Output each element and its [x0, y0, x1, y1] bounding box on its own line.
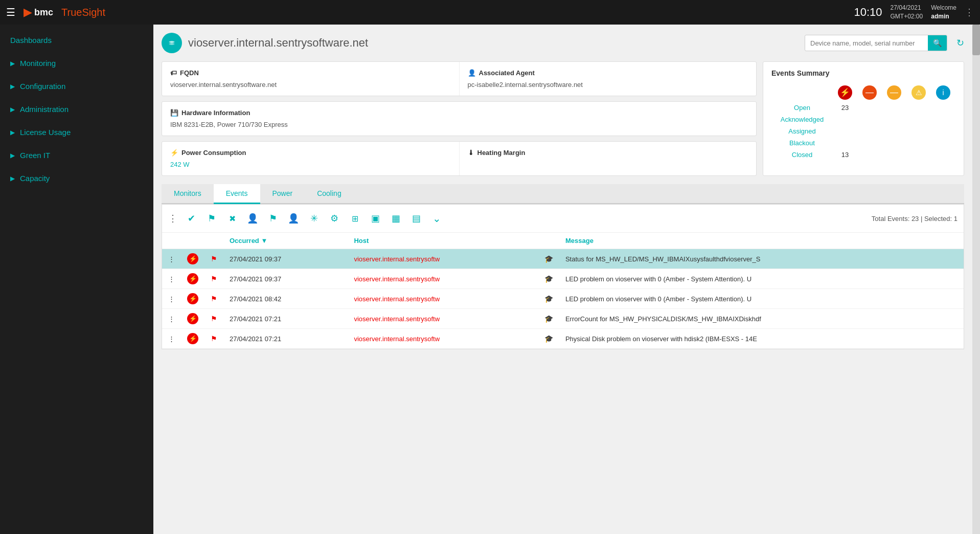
flag-icon: ⚑	[211, 295, 217, 303]
sidebar-item-administration[interactable]: ▶ Administration	[0, 98, 153, 121]
report1-button[interactable]: ▦	[387, 210, 404, 227]
row-severity: ⚡	[181, 269, 204, 289]
tab-power[interactable]: Power	[260, 184, 305, 204]
table-row[interactable]: ⋮ ⚡ ⚑ 27/04/2021 09:37 vioserver.interna…	[162, 269, 964, 289]
assign-button[interactable]: 👤	[244, 210, 261, 227]
app-name: TrueSight	[61, 7, 854, 18]
table-row[interactable]: ⋮ ⚡ ⚑ 27/04/2021 09:37 vioserver.interna…	[162, 249, 964, 269]
acknowledged-label[interactable]: Acknowledged	[771, 114, 833, 125]
table-row[interactable]: ⋮ ⚡ ⚑ 27/04/2021 07:21 vioserver.interna…	[162, 329, 964, 349]
monitor-button[interactable]: ▣	[367, 210, 384, 227]
report2-button[interactable]: ▤	[407, 210, 425, 227]
row-flag: ⚑	[204, 289, 223, 309]
closed-label[interactable]: Closed	[771, 149, 833, 161]
gear-button[interactable]: ⚙	[326, 210, 343, 227]
row-host: vioserver.internal.sentrysoftw	[348, 269, 538, 289]
navbar: ☰ ▶ bmc TrueSight 10:10 27/04/2021 GMT+0…	[0, 0, 980, 25]
tab-cooling[interactable]: Cooling	[305, 184, 353, 204]
tabs-bar: Monitors Events Power Cooling	[162, 184, 964, 204]
navbar-right: 10:10 27/04/2021 GMT+02:00 Welcome admin…	[854, 4, 974, 21]
mortarboard-icon: 🎓	[544, 255, 553, 263]
col-message[interactable]: Message	[559, 233, 964, 249]
events-list-table: Occurred ▼ Host Message ⋮ ⚡ ⚑ 27/04/2021…	[162, 233, 964, 349]
row-dots[interactable]: ⋮	[162, 269, 181, 289]
table-row[interactable]: ⋮ ⚡ ⚑ 27/04/2021 07:21 vioserver.interna…	[162, 309, 964, 329]
row-message: Physical Disk problem on vioserver with …	[559, 329, 964, 349]
row-occurred: 27/04/2021 09:37	[223, 249, 348, 269]
events-panel: ⋮ ✔ ⚑ ✖ 👤 ⚑ 👤 ✳ ⚙ ⊞ ▣ ▦ ▤ ⌄ Total Events…	[162, 204, 964, 349]
search-input[interactable]	[805, 36, 928, 50]
sidebar-item-monitoring[interactable]: ▶ Monitoring	[0, 52, 153, 75]
refresh-button[interactable]: ↻	[956, 37, 964, 49]
open-label[interactable]: Open	[771, 102, 833, 114]
events-summary: Events Summary ⚡ — —	[763, 61, 964, 176]
nodes-button[interactable]: ⊞	[346, 210, 363, 227]
fqdn-value: vioserver.internal.sentrysoftware.net	[170, 81, 451, 88]
flag-button[interactable]: ⚑	[203, 210, 220, 227]
row-host-icon: 🎓	[538, 269, 559, 289]
col-host-icon	[538, 233, 559, 249]
row-host: vioserver.internal.sentrysoftw	[348, 289, 538, 309]
col-severity	[181, 233, 204, 249]
chevron-down-button[interactable]: ⌄	[428, 210, 445, 227]
row-dots[interactable]: ⋮	[162, 309, 181, 329]
sidebar-item-configuration[interactable]: ▶ Configuration	[0, 75, 153, 98]
flag-icon: ⚑	[211, 255, 217, 263]
severity-warning-icon: ⚠	[911, 85, 926, 100]
severity-critical-badge: ⚡	[187, 313, 198, 324]
navbar-more-icon[interactable]: ⋮	[965, 7, 974, 18]
bmc-logo: ▶ bmc	[24, 6, 53, 19]
user-action-button[interactable]: 👤	[285, 210, 302, 227]
row-dots[interactable]: ⋮	[162, 289, 181, 309]
row-host: vioserver.internal.sentrysoftw	[348, 309, 538, 329]
events-toolbar: ⋮ ✔ ⚑ ✖ 👤 ⚑ 👤 ✳ ⚙ ⊞ ▣ ▦ ▤ ⌄ Total Events…	[162, 205, 964, 233]
col-host[interactable]: Host	[348, 233, 538, 249]
tag-icon: 🏷	[170, 69, 177, 77]
search-button[interactable]: 🔍	[928, 35, 947, 51]
hamburger-menu[interactable]: ☰	[6, 6, 15, 18]
toolbar-more-icon[interactable]: ⋮	[168, 213, 177, 224]
row-host-icon: 🎓	[538, 329, 559, 349]
asterisk-button[interactable]: ✳	[305, 210, 323, 227]
mark-button[interactable]: ⚑	[264, 210, 282, 227]
agent-value: pc-isabelle2.internal.sentrysoftware.net	[468, 81, 748, 88]
row-host: vioserver.internal.sentrysoftw	[348, 249, 538, 269]
sidebar-item-capacity[interactable]: ▶ Capacity	[0, 167, 153, 190]
row-severity: ⚡	[181, 329, 204, 349]
events-summary-title: Events Summary	[771, 69, 955, 77]
close-event-button[interactable]: ✖	[223, 210, 241, 227]
row-dots[interactable]: ⋮	[162, 249, 181, 269]
power-value: 242 W	[170, 161, 451, 168]
sidebar-item-license-usage[interactable]: ▶ License Usage	[0, 121, 153, 144]
sidebar-item-dashboards[interactable]: Dashboards	[0, 29, 153, 52]
summary-assigned-row: Assigned	[771, 125, 955, 137]
col-occurred[interactable]: Occurred ▼	[223, 233, 348, 249]
scrollbar-thumb[interactable]	[972, 25, 980, 55]
row-severity: ⚡	[181, 289, 204, 309]
sidebar-administration-label: Administration	[20, 105, 69, 114]
row-dots[interactable]: ⋮	[162, 329, 181, 349]
blackout-label[interactable]: Blackout	[771, 137, 833, 149]
assigned-label[interactable]: Assigned	[771, 125, 833, 137]
power-label: ⚡ Power Consumption	[170, 149, 451, 157]
events-summary-table: ⚡ — — ⚠ i	[771, 83, 955, 161]
severity-minor-icon: —	[887, 85, 901, 100]
table-row[interactable]: ⋮ ⚡ ⚑ 27/04/2021 08:42 vioserver.interna…	[162, 289, 964, 309]
scrollbar[interactable]	[972, 25, 980, 534]
current-date: 27/04/2021 GMT+02:00	[891, 4, 923, 21]
sidebar: Dashboards ▶ Monitoring ▶ Configuration …	[0, 25, 153, 534]
fqdn-label: 🏷 FQDN	[170, 69, 451, 77]
acknowledge-button[interactable]: ✔	[183, 210, 200, 227]
tab-events[interactable]: Events	[214, 184, 260, 204]
row-occurred: 27/04/2021 08:42	[223, 289, 348, 309]
summary-open-row: Open 23	[771, 102, 955, 114]
tab-monitors[interactable]: Monitors	[162, 184, 214, 204]
sidebar-license-label: License Usage	[20, 128, 71, 137]
row-occurred: 27/04/2021 07:21	[223, 329, 348, 349]
sidebar-item-green-it[interactable]: ▶ Green IT	[0, 144, 153, 167]
sidebar-dashboards-label: Dashboards	[10, 36, 52, 44]
row-host-icon: 🎓	[538, 289, 559, 309]
bmc-logo-text: bmc	[34, 7, 53, 18]
mortarboard-icon: 🎓	[544, 275, 553, 283]
row-message: Status for MS_HW_LED/MS_HW_IBMAIXusysfau…	[559, 249, 964, 269]
